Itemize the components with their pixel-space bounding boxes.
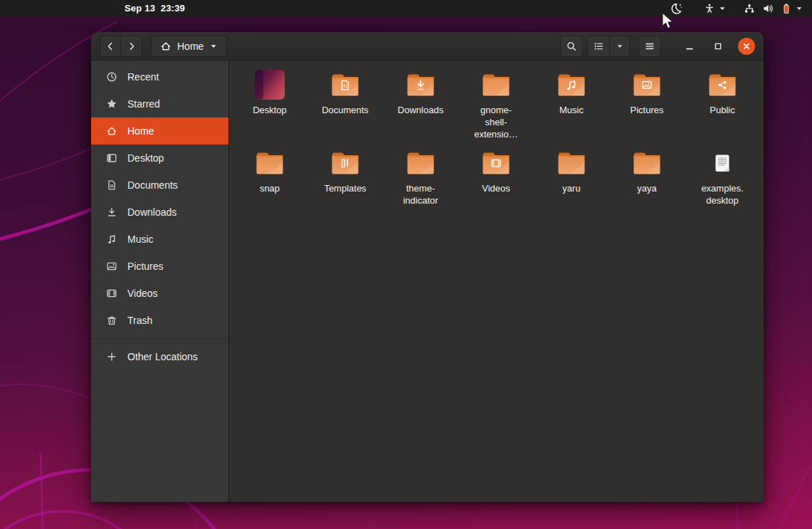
folder-documents-icon — [328, 68, 362, 102]
file-label: Pictures — [631, 104, 664, 116]
chevron-left-icon — [105, 41, 116, 52]
file-examples-desktop[interactable]: examples. desktop — [685, 146, 760, 224]
search-button[interactable] — [560, 36, 583, 57]
file-music[interactable]: Music — [534, 68, 609, 146]
sidebar-item-label: Documents — [127, 179, 178, 191]
sidebar-item-trash[interactable]: Trash — [91, 307, 228, 334]
file-public[interactable]: Public — [685, 68, 760, 146]
desktop-icon — [106, 152, 117, 164]
volume-icon[interactable] — [761, 0, 775, 17]
sidebar-item-label: Videos — [127, 288, 158, 299]
clock-label[interactable]: Sep 13 23:39 — [125, 0, 185, 17]
minimize-button[interactable] — [680, 36, 700, 56]
sidebar-item-label: Music — [127, 234, 154, 245]
file-pictures[interactable]: Pictures — [609, 68, 685, 146]
music-icon — [106, 234, 117, 245]
chevron-down-icon[interactable] — [717, 0, 728, 17]
file-label: yaya — [637, 182, 656, 194]
file-snap[interactable]: snap — [232, 146, 307, 224]
file-templates[interactable]: Templates — [307, 146, 383, 224]
nav-buttons — [100, 36, 142, 57]
chevron-right-icon — [126, 41, 137, 52]
places-sidebar: RecentStarredHomeDesktopDocumentsDownloa… — [91, 61, 229, 502]
file-videos[interactable]: Videos — [458, 146, 534, 224]
file-yaru[interactable]: yaru — [534, 146, 609, 224]
triangle-down-icon — [209, 42, 218, 51]
sidebar-item-starred[interactable]: Starred — [91, 90, 228, 117]
folder-icon — [253, 146, 287, 180]
forward-button[interactable] — [121, 36, 142, 57]
folder-icon — [630, 146, 664, 180]
file-label: gnome- shell- extensio… — [474, 104, 517, 140]
view-toggle-group — [587, 36, 630, 57]
file-label: Templates — [324, 182, 366, 194]
sidebar-separator — [91, 338, 228, 339]
document-icon — [106, 179, 117, 191]
list-view-icon — [593, 41, 604, 52]
file-gnome-shell-extensio[interactable]: gnome- shell- extensio… — [458, 68, 534, 146]
folder-icon — [479, 68, 513, 102]
folder-icon — [404, 146, 438, 180]
sidebar-item-music[interactable]: Music — [91, 226, 228, 253]
hamburger-menu-button[interactable] — [638, 36, 661, 57]
text-file-icon — [705, 146, 739, 180]
sidebar-item-home[interactable]: Home — [91, 117, 228, 145]
folder-public-icon — [705, 68, 739, 102]
file-label: Desktop — [253, 104, 287, 116]
file-view[interactable]: Desktop Documents Downloads gnome- shell… — [229, 61, 764, 502]
file-desktop[interactable]: Desktop — [232, 68, 307, 146]
path-bar-button[interactable]: Home — [151, 36, 227, 57]
file-documents[interactable]: Documents — [307, 68, 383, 146]
sidebar-item-desktop[interactable]: Desktop — [91, 145, 228, 172]
file-label: Public — [710, 104, 734, 116]
sidebar-item-documents[interactable]: Documents — [91, 172, 228, 199]
files-window: Home RecentStarredHomeDesktopDocumentsDo… — [91, 32, 764, 502]
file-grid: Desktop Documents Downloads gnome- shell… — [229, 61, 764, 224]
file-label: examples. desktop — [701, 182, 743, 206]
file-label: Downloads — [398, 104, 443, 116]
sidebar-item-label: Home — [127, 125, 154, 137]
picture-icon — [106, 261, 117, 272]
file-label: Music — [559, 104, 584, 116]
sidebar-item-videos[interactable]: Videos — [91, 280, 228, 307]
network-wired-icon[interactable] — [742, 0, 756, 17]
sidebar-item-label: Desktop — [127, 152, 164, 164]
desktop-thumbnail-icon — [253, 68, 287, 102]
maximize-icon — [712, 41, 724, 52]
chevron-down-icon[interactable] — [793, 0, 805, 17]
sidebar-item-label: Starred — [127, 98, 160, 110]
file-label: Documents — [322, 104, 369, 116]
video-icon — [106, 288, 117, 299]
trash-icon — [106, 315, 117, 326]
sidebar-item-pictures[interactable]: Pictures — [91, 253, 228, 280]
sidebar-item-recent[interactable]: Recent — [91, 63, 228, 90]
headerbar: Home — [91, 32, 764, 61]
sidebar-item-label: Other Locations — [127, 351, 198, 362]
battery-icon[interactable] — [779, 0, 793, 17]
file-theme-indicator[interactable]: theme- indicator — [383, 146, 458, 224]
close-button[interactable] — [738, 38, 755, 55]
file-downloads[interactable]: Downloads — [383, 68, 458, 146]
maximize-button[interactable] — [708, 36, 728, 56]
home-icon — [106, 125, 117, 137]
accessibility-icon[interactable] — [702, 0, 717, 17]
plus-icon — [106, 351, 117, 362]
folder-downloads-icon — [404, 68, 438, 102]
file-yaya[interactable]: yaya — [609, 146, 685, 224]
gnome-top-bar: Sep 13 23:39 — [0, 0, 812, 17]
download-icon — [106, 206, 117, 218]
night-light-moon-icon[interactable] — [668, 0, 684, 17]
sidebar-item-other-locations[interactable]: Other Locations — [91, 343, 228, 370]
window-body: RecentStarredHomeDesktopDocumentsDownloa… — [91, 61, 764, 502]
sidebar-item-label: Recent — [127, 71, 159, 83]
sidebar-item-label: Downloads — [127, 206, 176, 218]
sidebar-item-downloads[interactable]: Downloads — [91, 199, 228, 226]
hamburger-menu-icon — [644, 41, 655, 52]
back-button[interactable] — [100, 36, 121, 57]
view-options-dropdown-button[interactable] — [610, 36, 630, 57]
list-view-button[interactable] — [587, 36, 610, 57]
star-icon — [106, 98, 117, 110]
search-icon — [566, 41, 577, 52]
folder-videos-icon — [479, 146, 513, 180]
minimize-icon — [684, 41, 695, 52]
